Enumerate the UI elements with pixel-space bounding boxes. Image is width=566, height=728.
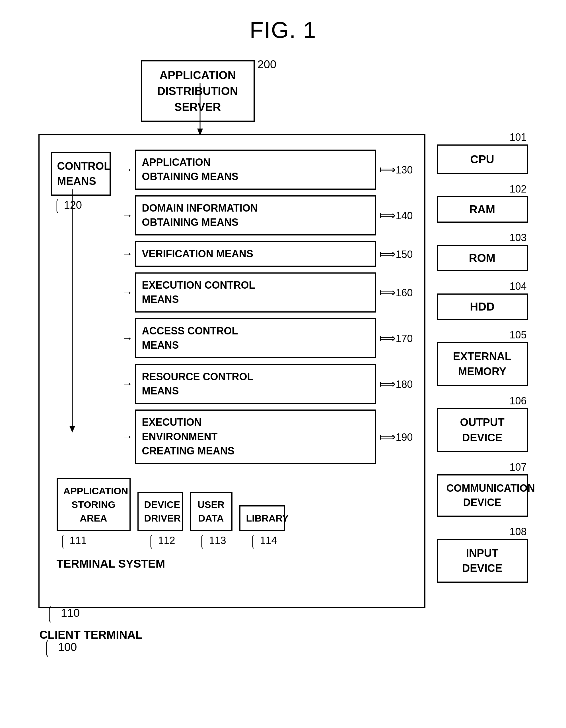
module-id-5: ⟾180 bbox=[379, 377, 413, 390]
storage-box-1: DEVICE DRIVER bbox=[137, 492, 183, 531]
module-id-4: ⟾170 bbox=[379, 332, 413, 345]
hw-box-hdd: HDD bbox=[437, 293, 528, 320]
arrow-right-6: → bbox=[122, 431, 133, 443]
hw-id-7: 108 bbox=[437, 526, 528, 538]
hw-id-6: 107 bbox=[437, 461, 528, 473]
arrow-right-2: → bbox=[122, 248, 133, 260]
arrow-right-4: → bbox=[122, 332, 133, 344]
module-row-6: → EXECUTION ENVIRONMENT CREATING MEANS ⟾… bbox=[122, 409, 413, 464]
storage-box-0: APPLICATION STORING AREA bbox=[57, 478, 131, 531]
module-row-3: → EXECUTION CONTROL MEANS ⟾160 bbox=[122, 272, 413, 313]
hw-id-4: 105 bbox=[437, 329, 528, 341]
storage-row: APPLICATION STORING AREA ❲ 111 DEVICE DR… bbox=[51, 478, 413, 549]
hw-id-2: 103 bbox=[437, 232, 528, 244]
module-box-2: VERIFICATION MEANS bbox=[135, 241, 376, 267]
module-row-2: → VERIFICATION MEANS ⟾150 bbox=[122, 241, 413, 267]
module-id-3: ⟾160 bbox=[379, 286, 413, 299]
module-id-1: ⟾140 bbox=[379, 209, 413, 222]
hw-box-rom: ROM bbox=[437, 245, 528, 271]
module-box-4: ACCESS CONTROL MEANS bbox=[135, 318, 376, 358]
hw-box-output: OUTPUT DEVICE bbox=[437, 408, 528, 452]
module-row-0: → APPLICATION OBTAINING MEANS ⟾130 bbox=[122, 150, 413, 190]
module-row-1: → DOMAIN INFORMATION OBTAINING MEANS ⟾14… bbox=[122, 195, 413, 235]
server-arrow-svg bbox=[194, 83, 206, 140]
hw-item-ext-mem: 105 EXTERNAL MEMORY bbox=[437, 329, 528, 386]
control-means-label: CONTROL MEANS bbox=[57, 160, 111, 187]
hardware-col: 101 CPU 102 RAM 103 ROM 104 HDD 105 EXTE bbox=[437, 131, 528, 583]
hw-box-ram: RAM bbox=[437, 196, 528, 223]
module-row-4: → ACCESS CONTROL MEANS ⟾170 bbox=[122, 318, 413, 358]
module-box-1: DOMAIN INFORMATION OBTAINING MEANS bbox=[135, 195, 376, 235]
hw-item-cpu: 101 CPU bbox=[437, 131, 528, 174]
page-title: FIG. 1 bbox=[249, 17, 316, 43]
module-row-5: → RESOURCE CONTROL MEANS ⟾180 bbox=[122, 364, 413, 404]
hw-box-comm: COMMUNICATION DEVICE bbox=[437, 474, 528, 517]
module-id-0: ⟾130 bbox=[379, 163, 413, 176]
hw-item-ram: 102 RAM bbox=[437, 183, 528, 223]
arrow-right-0: → bbox=[122, 164, 133, 176]
module-box-5: RESOURCE CONTROL MEANS bbox=[135, 364, 376, 404]
hw-item-rom: 103 ROM bbox=[437, 232, 528, 271]
control-means-id: 120 bbox=[64, 199, 82, 211]
hw-box-input: INPUT DEVICE bbox=[437, 539, 528, 583]
arrow-right-1: → bbox=[122, 209, 133, 222]
terminal-system-label: TERMINAL SYSTEM bbox=[51, 557, 413, 570]
hw-item-hdd: 104 HDD bbox=[437, 280, 528, 320]
terminal-id-label: 110 bbox=[61, 607, 80, 619]
module-box-0: APPLICATION OBTAINING MEANS bbox=[135, 150, 376, 190]
storage-box-3: LIBRARY bbox=[239, 505, 285, 531]
storage-id-0: 111 bbox=[70, 535, 87, 547]
hw-id-3: 104 bbox=[437, 280, 528, 292]
hw-item-input: 108 INPUT DEVICE bbox=[437, 526, 528, 583]
storage-box-2: USER DATA bbox=[190, 492, 232, 531]
module-id-2: ⟾150 bbox=[379, 247, 413, 260]
hw-box-ext-mem: EXTERNAL MEMORY bbox=[437, 342, 528, 386]
storage-id-1: 112 bbox=[158, 535, 175, 547]
client-id-label: 100 bbox=[58, 641, 77, 653]
hw-id-5: 106 bbox=[437, 395, 528, 407]
terminal-outer-box: CONTROL MEANS ❲ 120 → APPLICATION OBTAIN… bbox=[38, 134, 426, 608]
control-means-box: CONTROL MEANS bbox=[51, 152, 111, 196]
hw-id-0: 101 bbox=[437, 131, 528, 143]
module-id-6: ⟾190 bbox=[379, 430, 413, 443]
module-box-3: EXECUTION CONTROL MEANS bbox=[135, 272, 376, 313]
module-box-6: EXECUTION ENVIRONMENT CREATING MEANS bbox=[135, 409, 376, 464]
hw-item-comm: 107 COMMUNICATION DEVICE bbox=[437, 461, 528, 517]
hw-item-output: 106 OUTPUT DEVICE bbox=[437, 395, 528, 452]
storage-id-3: 114 bbox=[260, 535, 277, 547]
storage-id-2: 113 bbox=[209, 535, 226, 547]
server-id-label: 200 bbox=[257, 58, 276, 71]
hw-box-cpu: CPU bbox=[437, 144, 528, 174]
hw-id-1: 102 bbox=[437, 183, 528, 195]
arrow-right-3: → bbox=[122, 286, 133, 299]
arrow-right-5: → bbox=[122, 378, 133, 390]
